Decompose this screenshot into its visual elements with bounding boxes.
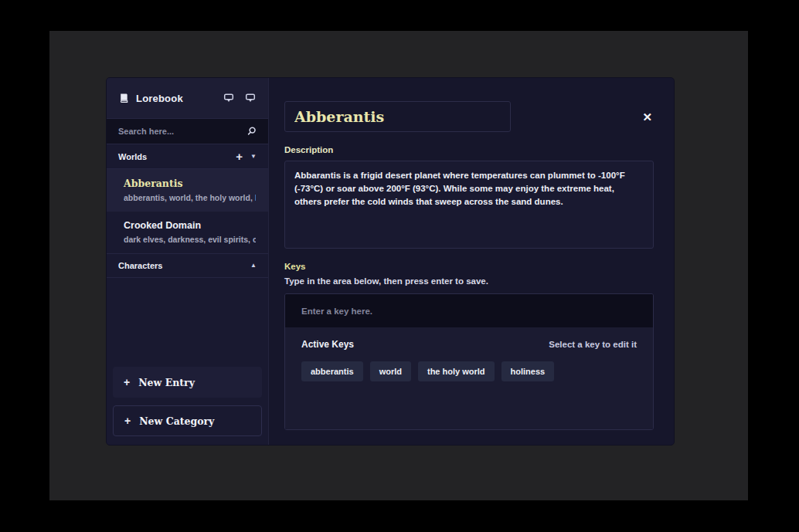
entry-title: Crooked Domain xyxy=(124,220,256,231)
keys-container: Active Keys Select a key to edit it abbe… xyxy=(284,293,654,430)
entry-keys-preview: dark elves, darkness, evil spirits, cata… xyxy=(124,235,256,244)
book-icon xyxy=(118,93,129,103)
worlds-section-label: Worlds xyxy=(118,152,228,161)
worlds-section-header: Worlds + ▼ xyxy=(107,144,268,169)
close-icon[interactable]: ✕ xyxy=(641,110,654,124)
plus-icon: + xyxy=(124,415,131,426)
description-textarea[interactable]: Abbarantis is a frigid desert planet whe… xyxy=(284,161,654,249)
key-chip[interactable]: holiness xyxy=(502,361,555,381)
active-keys-label: Active Keys xyxy=(301,339,354,350)
lorebook-modal: Lorebook xyxy=(106,77,675,446)
plus-icon: + xyxy=(124,377,130,388)
key-chip[interactable]: abberantis xyxy=(301,361,363,381)
export-lorebook-icon[interactable] xyxy=(223,92,235,104)
key-input[interactable] xyxy=(285,294,653,327)
new-entry-button[interactable]: + New Entry xyxy=(113,367,262,398)
search-input[interactable] xyxy=(118,127,246,136)
characters-collapse-icon[interactable]: ▲ xyxy=(250,263,257,269)
search-bar xyxy=(107,118,268,144)
title-row: ✕ xyxy=(284,101,654,132)
new-category-button[interactable]: + New Category xyxy=(113,405,262,436)
worlds-collapse-icon[interactable]: ▼ xyxy=(250,154,257,160)
active-keys-area: Active Keys Select a key to edit it abbe… xyxy=(285,327,653,429)
key-chips: abberantis world the holy world holiness xyxy=(301,361,637,381)
entry-title: Abberantis xyxy=(124,178,256,189)
import-lorebook-icon[interactable] xyxy=(244,92,257,104)
sidebar: Lorebook xyxy=(107,78,269,445)
new-entry-label: New Entry xyxy=(138,377,195,388)
select-key-hint: Select a key to edit it xyxy=(549,340,637,349)
key-chip[interactable]: world xyxy=(370,361,411,381)
entry-title-input[interactable] xyxy=(284,101,511,132)
description-label: Description xyxy=(284,145,654,154)
new-category-label: New Category xyxy=(139,415,214,427)
keys-label: Keys xyxy=(284,262,654,271)
entry-editor: ✕ Description Abbarantis is a frigid des… xyxy=(269,78,675,445)
key-chip[interactable]: the holy world xyxy=(418,361,495,381)
lorebook-entry-crooked-domain[interactable]: Crooked Domain dark elves, darkness, evi… xyxy=(107,212,268,253)
characters-section-header: Characters ▲ xyxy=(107,253,268,278)
characters-section-label: Characters xyxy=(118,261,243,270)
keys-hint: Type in the area below, then press enter… xyxy=(284,276,654,286)
add-world-icon[interactable]: + xyxy=(236,151,243,162)
app-window: Lorebook xyxy=(49,31,748,500)
sidebar-title: Lorebook xyxy=(136,93,183,104)
sidebar-header: Lorebook xyxy=(107,78,268,118)
lorebook-entry-abberantis[interactable]: Abberantis abberantis, world, the holy w… xyxy=(107,169,268,212)
entry-keys-preview: abberantis, world, the holy world, ho... xyxy=(124,193,256,202)
search-icon[interactable] xyxy=(246,126,257,137)
